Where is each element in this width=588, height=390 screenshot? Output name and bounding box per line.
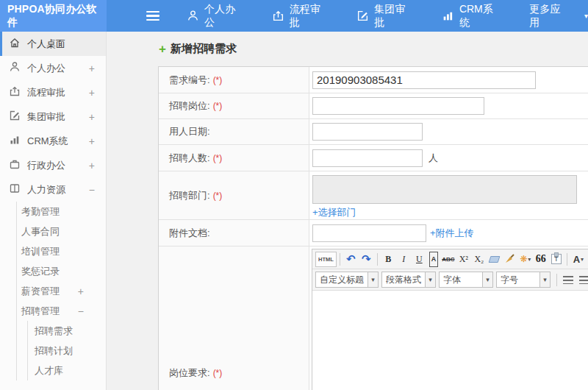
undo-icon[interactable]: ↶	[343, 252, 359, 267]
department-textarea[interactable]	[312, 175, 577, 204]
editor-content-area[interactable]	[312, 291, 588, 390]
font-style-button[interactable]: A	[429, 252, 439, 267]
field-value	[309, 119, 588, 144]
sidebar-item-attendance[interactable]: 考勤管理	[17, 202, 106, 221]
sidebar-item-label: CRM系统	[27, 135, 68, 148]
sidebar-item-workflow-approval[interactable]: 流程审批 +	[0, 80, 106, 104]
font-family-select[interactable]: 字体 ▾	[439, 272, 493, 288]
collapse-minus-icon[interactable]: −	[78, 305, 84, 317]
select-value: 自定义标题	[316, 272, 368, 287]
nav-item-crm[interactable]: CRM系统	[442, 3, 502, 29]
strikethrough-button[interactable]: ABC	[440, 252, 456, 267]
sidebar-item-talent-pool[interactable]: 人才库	[28, 361, 106, 380]
required-marker: (*)	[213, 368, 223, 378]
nav-label: 流程审批	[290, 3, 330, 29]
bold-button[interactable]: B	[381, 252, 396, 267]
label-text: 用人日期:	[169, 125, 210, 138]
caret-down-icon: ▾	[581, 256, 584, 263]
subscript-button[interactable]: X₂	[471, 252, 487, 267]
paragraph-format-select[interactable]: 段落格式 ▾	[381, 272, 436, 288]
editor-toolbar-row1: HTML ↶ ↷ B I U A ABC X² X₂ ❋	[312, 249, 588, 269]
headcount-input[interactable]	[312, 149, 423, 167]
underline-button[interactable]: U	[412, 252, 427, 267]
font-size-select[interactable]: 字号 ▾	[496, 272, 551, 288]
field-label: 招聘部门: (*)	[159, 171, 309, 219]
remove-format-button[interactable]	[487, 252, 502, 267]
sidebar-item-label: 薪资管理	[21, 285, 60, 298]
custom-title-select[interactable]: 自定义标题 ▾	[315, 272, 379, 288]
caret-down-icon: ▾	[368, 272, 378, 287]
html-source-button[interactable]: HTML	[315, 252, 337, 267]
required-marker: (*)	[213, 75, 223, 85]
workflow-icon	[272, 10, 284, 22]
caret-down-icon: ▾	[425, 272, 435, 287]
collapse-minus-icon[interactable]: −	[89, 184, 95, 196]
nav-item-personal-office[interactable]: 个人办公	[187, 3, 245, 29]
select-value: 字号	[497, 272, 539, 287]
attachment-input[interactable]	[312, 224, 426, 242]
rich-text-editor: HTML ↶ ↷ B I U A ABC X² X₂ ❋	[312, 249, 588, 390]
sidebar-item-salary[interactable]: 薪资管理 +	[17, 281, 106, 301]
caret-down-icon: ▾	[482, 272, 492, 287]
sidebar-item-training[interactable]: 培训管理	[17, 241, 106, 261]
emoticon-button[interactable]: ❋▾	[517, 252, 533, 267]
field-value: +附件上传	[309, 220, 588, 246]
recruit-request-form: 需求编号: (*) 招聘岗位: (*) 用人日期:	[158, 66, 588, 390]
sidebar-item-admin-office[interactable]: 行政办公 +	[0, 153, 106, 177]
blockquote-button[interactable]: 66	[533, 252, 548, 267]
required-marker: (*)	[213, 191, 223, 201]
form-row-headcount: 招聘人数: (*) 人	[159, 145, 588, 171]
hire-date-input[interactable]	[312, 123, 423, 141]
align-center-icon[interactable]	[579, 276, 588, 284]
nav-item-group-approval[interactable]: 集团审批	[356, 3, 415, 29]
paste-plain-button[interactable]: T	[548, 252, 564, 267]
expand-plus-icon[interactable]: +	[78, 286, 84, 297]
app-logo: PHPOA协同办公软件	[0, 0, 107, 32]
attachment-upload-link[interactable]: +附件上传	[430, 227, 474, 240]
workflow-icon	[9, 85, 21, 99]
form-row-hire-date: 用人日期:	[159, 119, 588, 145]
sidebar-item-label: 培训管理	[21, 245, 60, 258]
sidebar-item-label: 人力资源	[27, 183, 65, 196]
edit-icon	[356, 10, 369, 22]
expand-plus-icon[interactable]: +	[89, 111, 95, 123]
italic-button[interactable]: I	[396, 252, 412, 267]
sidebar-item-label: 招聘计划	[35, 344, 73, 358]
briefcase-icon	[9, 158, 21, 172]
sidebar-item-group-approval[interactable]: 集团审批 +	[0, 104, 106, 129]
label-text: 附件文档:	[169, 227, 210, 240]
editor-toolbar-row2: 自定义标题 ▾ 段落格式 ▾ 字体 ▾ 字号 ▾	[312, 269, 588, 291]
expand-plus-icon[interactable]: +	[89, 160, 95, 171]
sidebar-item-recruit-request[interactable]: 招聘需求	[28, 321, 106, 341]
format-brush-button[interactable]	[502, 252, 517, 267]
superscript-button[interactable]: X²	[456, 252, 471, 267]
sidebar-item-personal-desktop[interactable]: 个人桌面	[0, 32, 106, 56]
sidebar-item-crm[interactable]: CRM系统 +	[0, 129, 106, 153]
sidebar-item-recruit-plan[interactable]: 招聘计划	[28, 341, 106, 361]
nav-item-workflow-approval[interactable]: 流程审批	[272, 3, 330, 29]
expand-plus-icon[interactable]: +	[89, 135, 95, 147]
sidebar-item-label: 个人桌面	[27, 38, 65, 51]
sidebar-item-hr[interactable]: 人力资源 −	[0, 177, 106, 202]
caret-down-icon: ▾	[539, 272, 550, 287]
nav-item-more-apps[interactable]: 更多应用 ▾	[529, 3, 588, 29]
position-input[interactable]	[312, 97, 484, 115]
nav-label: 个人办公	[204, 3, 245, 29]
label-text: 招聘岗位:	[169, 99, 210, 113]
sidebar-item-label: 招聘需求	[35, 325, 73, 338]
page-header: + 新增招聘需求	[107, 32, 588, 66]
font-color-a: A	[573, 254, 580, 265]
sidebar-item-hr-contract[interactable]: 人事合同	[17, 221, 106, 241]
sidebar-item-rewards[interactable]: 奖惩记录	[17, 261, 106, 281]
sidebar-item-personal-office[interactable]: 个人办公 +	[0, 56, 106, 80]
expand-plus-icon[interactable]: +	[89, 63, 95, 74]
sidebar-item-recruit-mgmt[interactable]: 招聘管理 −	[17, 301, 106, 321]
align-left-icon[interactable]	[563, 276, 573, 284]
request-number-input[interactable]	[312, 71, 536, 89]
select-department-link[interactable]: +选择部门	[312, 206, 356, 219]
caret-down-icon: ▾	[584, 12, 588, 20]
expand-plus-icon[interactable]: +	[89, 87, 95, 99]
font-color-button[interactable]: A▾	[570, 252, 586, 267]
menu-icon[interactable]	[146, 11, 159, 21]
redo-icon[interactable]: ↷	[359, 252, 374, 267]
